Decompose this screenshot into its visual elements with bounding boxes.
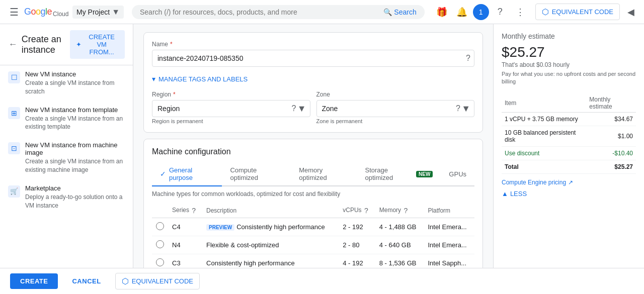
tags-arrow-icon: ▾ [152, 75, 155, 83]
series-vcpus-c4: 2 - 192 [339, 218, 375, 236]
topnav: ☰ Google Cloud My Project ▼ 🔍 Search 🎁 🔔… [0, 0, 644, 24]
tab-gpus[interactable]: GPUs [441, 162, 474, 186]
zone-select[interactable]: Zone [316, 100, 475, 117]
tab-memory-optimized[interactable]: Memory optimized [291, 162, 357, 186]
collapse-icon[interactable]: ◀ [622, 3, 640, 21]
notifications-icon[interactable]: 🔔 [453, 3, 471, 21]
estimate-row: Total $25.27 [502, 160, 636, 173]
table-row[interactable]: N4 Flexible & cost-optimized 2 - 80 4 - … [152, 236, 474, 254]
name-help-icon[interactable]: ? [466, 54, 470, 63]
zone-permanent-text: Zone is permanent [316, 118, 475, 124]
menu-icon[interactable]: ☰ [4, 2, 24, 22]
estimate-cost: $1.00 [586, 126, 636, 146]
estimate-row: 10 GB balanced persistent disk $1.00 [502, 126, 636, 146]
more-icon[interactable]: ⋮ [511, 3, 529, 21]
tab-storage-optimized[interactable]: Storage optimized NEW [357, 162, 441, 186]
series-radio-c3[interactable] [156, 258, 164, 266]
series-radio-n4[interactable] [156, 240, 164, 248]
external-link-icon: ↗ [568, 179, 573, 186]
series-memory-c4: 4 - 1,488 GB [375, 218, 424, 236]
less-button[interactable]: ▲ LESS [502, 190, 636, 198]
code-icon-bottom: ⬡ [122, 276, 129, 286]
equivalent-code-button-top[interactable]: ⬡ EQUIVALENT CODE [535, 4, 620, 20]
estimate-billing: Pay for what you use: no upfront costs a… [502, 70, 636, 86]
back-button[interactable]: ← [8, 37, 18, 53]
bottom-bar: CREATE CANCEL ⬡ EQUIVALENT CODE [0, 268, 644, 294]
series-name-n4: N4 [168, 236, 202, 254]
table-row[interactable]: C4 PREVIEWConsistently high performance … [152, 218, 474, 236]
estimate-cost: -$10.40 [586, 146, 636, 160]
chevron-up-icon: ▲ [502, 190, 508, 198]
estimate-row: 1 vCPU + 3.75 GB memory $34.67 [502, 112, 636, 126]
series-memory-n4: 4 - 640 GB [375, 236, 424, 254]
estimate-title: Monthly estimate [502, 32, 636, 40]
series-platform-c4: Intel Emera... [424, 218, 474, 236]
cancel-button[interactable]: CANCEL [64, 273, 109, 289]
sidebar-title: Create an instance [22, 34, 66, 55]
machine-config-title: Machine configuration [152, 147, 474, 156]
sidebar-item-machine-image[interactable]: ⊡ New VM instance from machine image Cre… [0, 136, 133, 179]
name-section: Name * ? ▾ MANAGE TAGS AND LABELS Region [143, 32, 483, 133]
gift-icon[interactable]: 🎁 [433, 3, 451, 21]
estimate-row: Use discount -$10.40 [502, 146, 636, 160]
estimate-price: $25.27 [502, 44, 636, 60]
marketplace-icon: 🛒 [8, 185, 20, 198]
new-vm-icon: ☐ [8, 71, 20, 83]
template-icon: ⊞ [8, 107, 20, 119]
equivalent-code-button[interactable]: ⬡ EQUIVALENT CODE [115, 273, 200, 289]
create-button[interactable]: CREATE [10, 273, 58, 289]
search-button[interactable]: 🔍 Search [383, 8, 416, 16]
search-input[interactable] [140, 8, 383, 16]
machine-tabs: ✓ General purpose Compute optimized Memo… [152, 162, 474, 186]
project-selector[interactable]: My Project ▼ [72, 6, 124, 19]
col-memory: Memory ? [375, 204, 424, 218]
search-icon: 🔍 [383, 8, 392, 16]
series-desc-c4: PREVIEWConsistently high performance [202, 218, 339, 236]
col-desc: Description [202, 204, 339, 218]
memory-help-icon[interactable]: ? [404, 207, 408, 215]
machine-image-icon: ⊡ [8, 142, 20, 154]
right-panel: Monthly estimate $25.27 That's about $0.… [493, 24, 644, 294]
create-vm-from-button[interactable]: ✦ CREATE VM FROM... [70, 30, 125, 59]
name-input[interactable] [152, 50, 474, 67]
compute-engine-pricing-link[interactable]: Compute Engine pricing ↗ [502, 179, 636, 186]
region-select[interactable]: Region [152, 100, 310, 117]
region-permanent-text: Region is permanent [152, 118, 310, 124]
tab-description: Machine types for common workloads, opti… [152, 190, 474, 198]
search-bar: 🔍 Search [132, 5, 425, 19]
col-platform: Platform [424, 204, 474, 218]
new-badge: NEW [416, 171, 433, 177]
estimate-item: 1 vCPU + 3.75 GB memory [502, 112, 586, 126]
help-icon[interactable]: ? [491, 3, 509, 21]
sidebar-header: ← Create an instance ✦ CREATE VM FROM... [0, 24, 133, 65]
tab-check-icon: ✓ [160, 170, 166, 178]
series-radio-c4[interactable] [156, 222, 164, 230]
tab-general-purpose[interactable]: ✓ General purpose [152, 162, 222, 186]
col-series: Series ? [168, 204, 202, 218]
col-vcpus: vCPUs ? [339, 204, 375, 218]
series-help-icon[interactable]: ? [192, 207, 196, 215]
zone-help-icon[interactable]: ? [456, 104, 460, 113]
region-help-icon[interactable]: ? [292, 104, 296, 113]
sidebar: ← Create an instance ✦ CREATE VM FROM...… [0, 24, 133, 294]
sidebar-item-marketplace[interactable]: 🛒 Marketplace Deploy a ready-to-go solut… [0, 179, 133, 215]
series-name-c4: C4 [168, 218, 202, 236]
estimate-item: Use discount [502, 146, 586, 160]
estimate-item: Total [502, 160, 586, 173]
avatar[interactable]: 1 [473, 4, 489, 20]
manage-tags-button[interactable]: ▾ MANAGE TAGS AND LABELS [152, 73, 474, 85]
create-vm-icon: ✦ [76, 41, 82, 48]
series-vcpus-n4: 2 - 80 [339, 236, 375, 254]
estimate-cost: $25.27 [586, 160, 636, 173]
zone-select-wrap: Zone Zone ▼ ? Zone is permanent [316, 91, 475, 124]
tab-compute-optimized[interactable]: Compute optimized [222, 162, 291, 186]
page-body: ← Create an instance ✦ CREATE VM FROM...… [0, 24, 644, 294]
vcpus-help-icon[interactable]: ? [364, 207, 368, 215]
series-desc-n4: Flexible & cost-optimized [202, 236, 339, 254]
google-cloud-logo[interactable]: Google Cloud [24, 6, 64, 18]
estimate-item: 10 GB balanced persistent disk [502, 126, 586, 146]
code-icon: ⬡ [542, 7, 549, 17]
sidebar-item-template[interactable]: ⊞ New VM instance from template Create a… [0, 101, 133, 137]
region-select-wrap: Region * Region ▼ ? Region is permanent [152, 91, 310, 124]
sidebar-item-new-vm[interactable]: ☐ New VM instance Create a single VM ins… [0, 65, 133, 101]
